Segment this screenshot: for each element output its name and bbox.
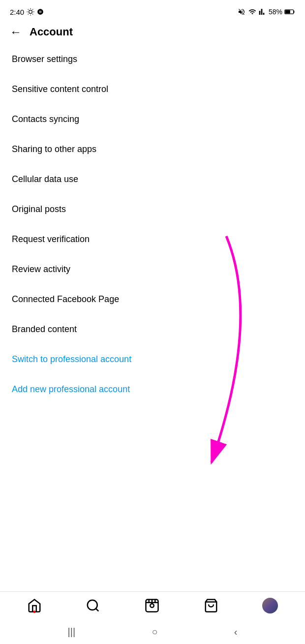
- time-label: 2:40: [10, 8, 24, 16]
- menu-item-review-activity[interactable]: Review activity: [12, 254, 293, 284]
- svg-rect-10: [285, 10, 290, 14]
- menu-label-browser-settings: Browser settings: [12, 54, 77, 64]
- nav-reels[interactable]: [145, 598, 159, 613]
- page-header: ← Account: [0, 22, 305, 44]
- android-recents-btn[interactable]: |||: [68, 626, 76, 638]
- menu-label-add-professional: Add new professional account: [12, 384, 130, 394]
- svg-line-7: [28, 14, 29, 14]
- signal-icon: [259, 8, 267, 16]
- menu-item-contacts-syncing[interactable]: Contacts syncing: [12, 104, 293, 134]
- menu-item-browser-settings[interactable]: Browser settings: [12, 44, 293, 74]
- profile-avatar: [262, 598, 278, 613]
- menu-item-sharing-other-apps[interactable]: Sharing to other apps: [12, 134, 293, 164]
- menu-item-connected-facebook[interactable]: Connected Facebook Page: [12, 284, 293, 314]
- android-back-btn[interactable]: ‹: [234, 626, 238, 638]
- wifi-icon: [248, 8, 257, 16]
- menu-item-request-verification[interactable]: Request verification: [12, 224, 293, 254]
- menu-item-cellular-data[interactable]: Cellular data use: [12, 164, 293, 194]
- menu-label-request-verification: Request verification: [12, 234, 90, 244]
- status-bar: 2:40 58%: [0, 0, 305, 22]
- svg-line-3: [28, 9, 29, 10]
- menu-item-sensitive-content[interactable]: Sensitive content control: [12, 74, 293, 104]
- battery-icon: [284, 9, 295, 15]
- battery-text: 58%: [269, 8, 282, 16]
- svg-point-15: [150, 604, 154, 608]
- menu-label-review-activity: Review activity: [12, 264, 70, 274]
- back-button[interactable]: ←: [10, 26, 22, 38]
- menu-label-original-posts: Original posts: [12, 204, 66, 214]
- svg-point-12: [88, 600, 97, 610]
- menu-list: Browser settingsSensitive content contro…: [0, 44, 305, 404]
- nav-home[interactable]: [27, 598, 42, 613]
- menu-label-cellular-data: Cellular data use: [12, 174, 78, 184]
- status-icons: 58%: [237, 8, 295, 16]
- menu-item-add-professional[interactable]: Add new professional account: [12, 374, 293, 404]
- menu-label-branded-content: Branded content: [12, 324, 77, 334]
- search-icon: [86, 598, 100, 613]
- menu-item-switch-professional[interactable]: Switch to professional account: [12, 344, 293, 374]
- menu-label-sharing-other-apps: Sharing to other apps: [12, 144, 96, 154]
- brightness-icon: [27, 8, 34, 16]
- svg-line-8: [32, 9, 33, 10]
- dnd-icon: [37, 8, 44, 15]
- nav-shop[interactable]: [204, 598, 218, 613]
- shop-icon: [204, 598, 218, 613]
- menu-label-connected-facebook: Connected Facebook Page: [12, 294, 119, 304]
- status-time: 2:40: [10, 8, 44, 16]
- menu-item-branded-content[interactable]: Branded content: [12, 314, 293, 344]
- bottom-nav: [0, 591, 305, 619]
- page-title: Account: [30, 26, 73, 38]
- home-dot: [33, 611, 35, 613]
- nav-profile[interactable]: [262, 598, 278, 613]
- svg-line-4: [32, 14, 33, 14]
- android-nav-bar: ||| ○ ‹: [0, 619, 305, 644]
- svg-line-13: [96, 609, 98, 611]
- menu-item-original-posts[interactable]: Original posts: [12, 194, 293, 224]
- menu-label-switch-professional: Switch to professional account: [12, 354, 131, 364]
- menu-label-contacts-syncing: Contacts syncing: [12, 114, 79, 124]
- mute-icon: [237, 8, 246, 16]
- reels-icon: [145, 598, 159, 613]
- android-home-btn[interactable]: ○: [152, 626, 157, 638]
- svg-point-0: [29, 10, 32, 14]
- menu-label-sensitive-content: Sensitive content control: [12, 84, 108, 94]
- nav-search[interactable]: [86, 598, 100, 613]
